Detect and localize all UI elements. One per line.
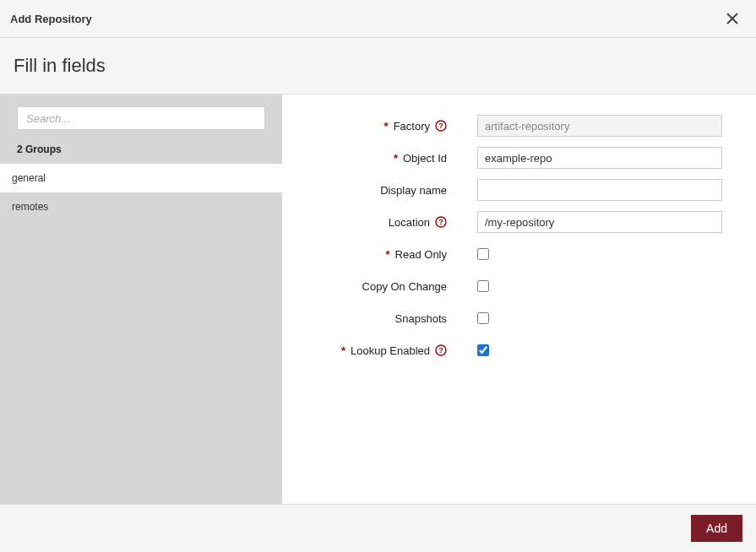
row-object-id: * Object Id (291, 142, 722, 174)
close-button[interactable] (722, 8, 742, 29)
sidebar-item-general[interactable]: general (0, 164, 282, 192)
search-input[interactable] (17, 106, 265, 130)
dialog-title: Add Repository (10, 13, 92, 25)
display-name-field[interactable] (477, 179, 722, 201)
groups-count: 2 Groups (0, 138, 282, 164)
help-icon[interactable]: ? (435, 344, 447, 356)
required-marker: * (386, 248, 390, 261)
row-display-name: Display name (291, 174, 722, 206)
label-copy-on-change: Copy On Change (362, 280, 447, 293)
location-field[interactable] (477, 211, 722, 233)
object-id-field[interactable] (477, 147, 722, 169)
dialog-footer: Add (0, 504, 756, 552)
svg-text:?: ? (438, 346, 443, 354)
label-read-only: Read Only (395, 248, 447, 261)
sidebar-item-remotes[interactable]: remotes (0, 192, 282, 221)
copy-on-change-checkbox[interactable] (477, 280, 489, 292)
help-icon[interactable]: ? (435, 216, 447, 228)
row-factory: * Factory ? (291, 110, 722, 142)
close-icon (726, 12, 739, 25)
subheader: Fill in fields (0, 38, 756, 95)
label-lookup-enabled: Lookup Enabled (351, 344, 430, 357)
dialog-header: Add Repository (0, 0, 756, 38)
required-marker: * (341, 344, 345, 357)
label-factory: Factory (394, 120, 430, 133)
svg-text:?: ? (438, 218, 443, 226)
row-lookup-enabled: * Lookup Enabled ? (291, 334, 722, 366)
required-marker: * (394, 152, 398, 165)
row-snapshots: Snapshots (291, 302, 722, 334)
subheader-title: Fill in fields (14, 55, 742, 77)
help-icon[interactable]: ? (435, 120, 447, 132)
svg-text:?: ? (438, 122, 443, 130)
snapshots-checkbox[interactable] (477, 312, 489, 324)
sidebar: 2 Groups general remotes (0, 95, 282, 504)
factory-field (477, 115, 722, 137)
label-location: Location (389, 216, 430, 229)
row-copy-on-change: Copy On Change (291, 270, 722, 302)
label-display-name: Display name (380, 184, 447, 197)
lookup-enabled-checkbox[interactable] (477, 344, 489, 356)
read-only-checkbox[interactable] (477, 248, 489, 260)
row-read-only: * Read Only (291, 238, 722, 270)
label-object-id: Object Id (403, 152, 447, 165)
add-button[interactable]: Add (691, 515, 742, 542)
required-marker: * (384, 120, 389, 133)
label-snapshots: Snapshots (395, 312, 447, 325)
form-panel: * Factory ? * Object Id (282, 95, 756, 504)
row-location: Location ? (291, 206, 722, 238)
